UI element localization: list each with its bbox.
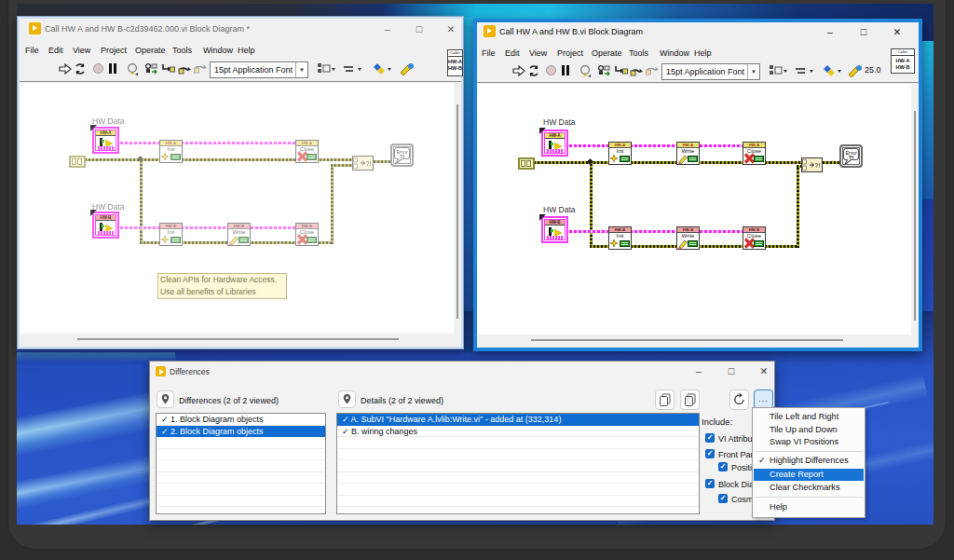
svg-text:?!: ?! xyxy=(400,153,405,159)
svg-text:?!: ?! xyxy=(366,160,372,167)
svg-text:?!: ?! xyxy=(849,154,854,160)
svg-text:?!: ?! xyxy=(815,162,821,169)
